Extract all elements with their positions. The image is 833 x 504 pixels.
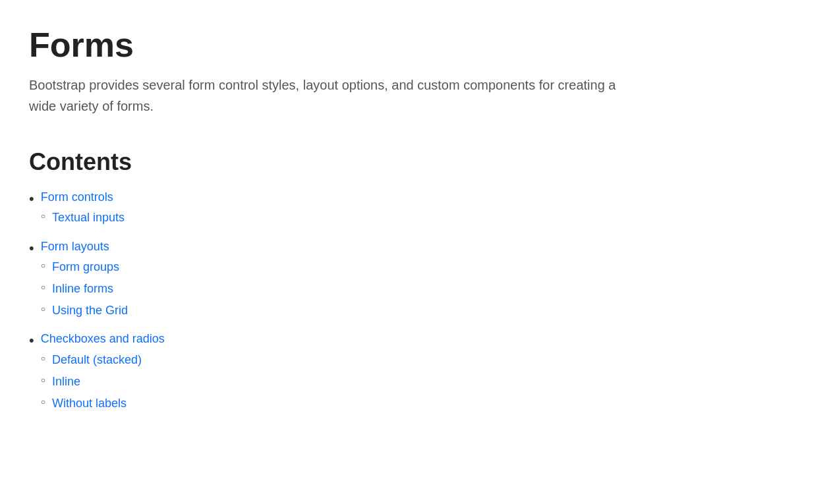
page-description: Bootstrap provides several form control … [29,74,622,117]
bullet-form-controls: • [29,189,34,210]
list-item-textual-inputs: ○ Textual inputs [41,210,125,226]
link-form-groups[interactable]: Form groups [52,259,119,275]
list-item-inline: ○ Inline [41,374,165,390]
list-item-using-the-grid: ○ Using the Grid [41,302,128,319]
sub-bullet-textual-inputs: ○ [41,210,45,224]
sub-bullet-inline: ○ [41,374,45,388]
link-textual-inputs[interactable]: Textual inputs [52,210,125,226]
list-item-form-controls: • Form controls ○ Textual inputs [29,189,804,231]
list-item-form-layouts: • Form layouts ○ Form groups ○ Inline fo… [29,238,804,325]
bullet-form-layouts: • [29,238,34,259]
link-checkboxes-and-radios[interactable]: Checkboxes and radios [41,331,165,347]
sub-bullet-form-groups: ○ [41,259,45,273]
sub-list-form-layouts: ○ Form groups ○ Inline forms ○ Using the… [41,259,128,325]
list-item-form-groups: ○ Form groups [41,259,128,275]
link-inline[interactable]: Inline [52,374,80,390]
list-item-inline-forms: ○ Inline forms [41,281,128,297]
list-item-default-stacked: ○ Default (stacked) [41,352,165,368]
sub-bullet-inline-forms: ○ [41,281,45,295]
sub-bullet-without-labels: ○ [41,395,45,410]
contents-list: • Form controls ○ Textual inputs • Form … [29,189,804,417]
sub-bullet-default-stacked: ○ [41,352,45,366]
sub-list-form-controls: ○ Textual inputs [41,210,125,231]
link-without-labels[interactable]: Without labels [52,395,127,412]
sub-list-checkboxes-and-radios: ○ Default (stacked) ○ Inline ○ Without l… [41,352,165,418]
page-title: Forms [29,26,804,64]
list-item-without-labels: ○ Without labels [41,395,165,412]
link-form-controls[interactable]: Form controls [41,189,125,206]
link-using-the-grid[interactable]: Using the Grid [52,302,128,319]
link-inline-forms[interactable]: Inline forms [52,281,113,297]
list-item-checkboxes-and-radios: • Checkboxes and radios ○ Default (stack… [29,331,804,417]
link-form-layouts[interactable]: Form layouts [41,238,128,255]
contents-heading: Contents [29,148,804,176]
bullet-checkboxes-and-radios: • [29,331,34,351]
link-default-stacked[interactable]: Default (stacked) [52,352,142,368]
sub-bullet-using-the-grid: ○ [41,302,45,317]
